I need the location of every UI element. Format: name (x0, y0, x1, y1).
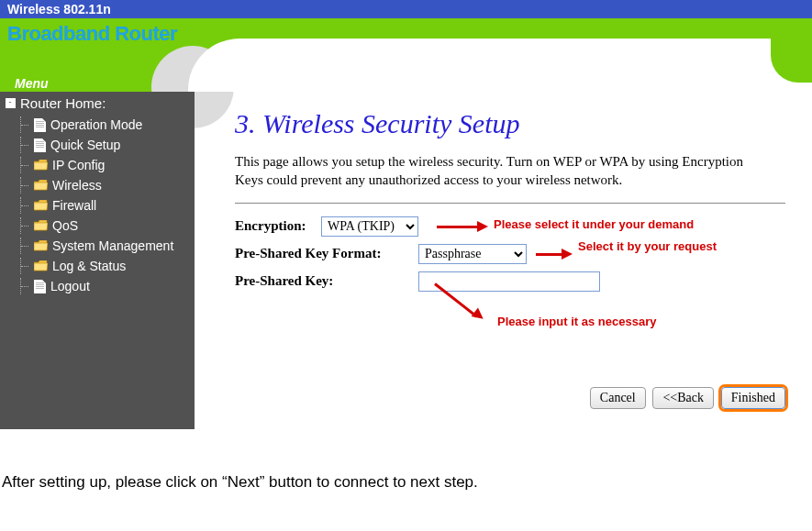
folder-icon (34, 200, 48, 211)
window-title-bar: Wireless 802.11n (0, 0, 812, 18)
annotation-psk: Please input it as necessary (497, 315, 656, 329)
sidebar-item[interactable]: Log & Status (0, 256, 195, 276)
tree-connector-icon (20, 238, 32, 254)
sidebar-item-label: Operation Mode (50, 117, 142, 132)
divider (235, 203, 785, 204)
cancel-button[interactable]: Cancel (590, 387, 646, 409)
arrow-line (437, 226, 479, 228)
psk-format-select[interactable]: Passphrase (418, 244, 527, 264)
tree-connector-icon (20, 137, 32, 153)
main-content: 3. Wireless Security Setup This page all… (195, 92, 812, 424)
page-description: This page allows you setup the wireless … (235, 152, 767, 190)
arrow-head-icon (477, 221, 488, 232)
sidebar-item-label: Logout (50, 279, 90, 293)
folder-icon (34, 260, 48, 271)
brand-logo: Broadband Router (7, 22, 177, 46)
sidebar: - Router Home: Operation ModeQuick Setup… (0, 92, 195, 429)
row-encryption: Encryption: WPA (TKIP) Please select it … (235, 216, 797, 237)
annotation-format: Select it by your request (578, 240, 725, 254)
sidebar-item-label: Firewall (52, 198, 96, 213)
row-psk-format: Pre-Shared Key Format: Passphrase Select… (235, 244, 797, 264)
tree-connector-icon (20, 197, 32, 214)
sidebar-item-label: Wireless (52, 178, 102, 193)
sidebar-item[interactable]: Operation Mode (0, 115, 195, 135)
window-title: Wireless 802.11n (7, 2, 111, 17)
sidebar-item-label: Quick Setup (50, 138, 120, 152)
encryption-select[interactable]: WPA (TKIP) (321, 216, 418, 237)
sidebar-home-label: Router Home: (20, 95, 106, 111)
sidebar-item-label: System Management (52, 238, 173, 253)
back-button[interactable]: <<Back (652, 387, 714, 409)
sidebar-item[interactable]: Firewall (0, 195, 195, 216)
sidebar-item-label: Log & Status (52, 259, 126, 273)
tree-connector-icon (20, 157, 32, 173)
tree-connector-icon (20, 116, 32, 133)
page-icon (34, 138, 46, 152)
sidebar-item[interactable]: QoS (0, 216, 195, 236)
sidebar-item[interactable]: Quick Setup (0, 135, 195, 155)
tree-connector-icon (20, 278, 32, 294)
collapse-icon: - (4, 98, 17, 109)
footer-note: After setting up, please click on “Next”… (2, 473, 812, 492)
sidebar-home[interactable]: - Router Home: (0, 92, 195, 115)
sidebar-item-label: IP Config (52, 158, 105, 172)
folder-icon (34, 220, 48, 231)
psk-label: Pre-Shared Key: (235, 273, 418, 289)
row-psk: Pre-Shared Key: (235, 271, 797, 292)
finished-button[interactable]: Finished (721, 387, 785, 409)
page-icon (34, 118, 46, 132)
tree-connector-icon (20, 217, 32, 234)
folder-icon (34, 160, 48, 171)
menu-tab: Menu (7, 75, 58, 92)
encryption-label: Encryption: (235, 218, 321, 234)
annotation-encryption: Please select it under your demand (494, 218, 694, 232)
folder-icon (34, 180, 48, 191)
tree-connector-icon (20, 258, 32, 274)
sidebar-item[interactable]: System Management (0, 236, 195, 256)
folder-icon (34, 240, 48, 251)
psk-format-label: Pre-Shared Key Format: (235, 246, 418, 261)
sidebar-item[interactable]: Wireless (0, 175, 195, 195)
page-icon (34, 280, 46, 293)
sidebar-item[interactable]: IP Config (0, 155, 195, 175)
header-banner: Broadband Router (0, 18, 812, 92)
arrow-head-icon (562, 249, 573, 260)
arrow-line (536, 253, 563, 256)
sidebar-item[interactable]: Logout (0, 276, 195, 296)
arrow-head-icon (472, 307, 487, 323)
psk-input[interactable] (418, 271, 600, 292)
decorative-curve (188, 39, 812, 92)
page-title: 3. Wireless Security Setup (235, 108, 797, 139)
tree-connector-icon (20, 177, 32, 194)
button-row: Cancel <<Back Finished (235, 387, 785, 409)
sidebar-item-label: QoS (52, 218, 78, 233)
